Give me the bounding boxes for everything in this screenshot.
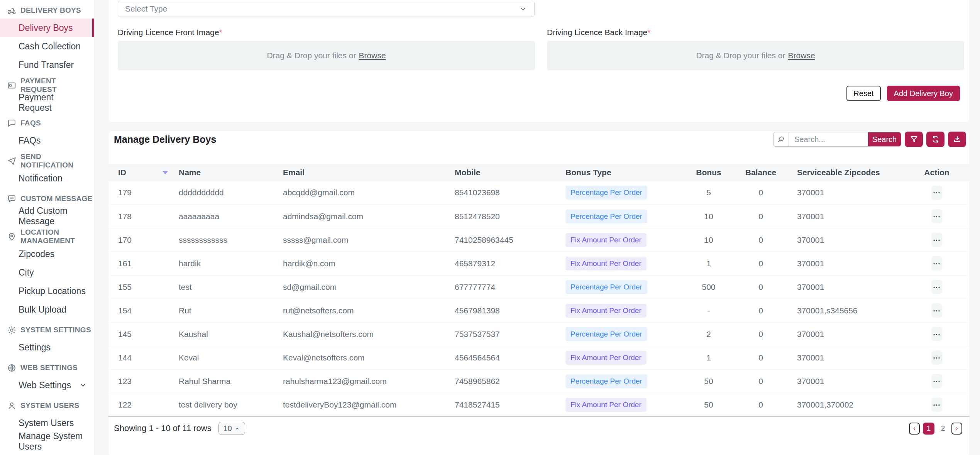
cell-mobile: 7458965862 [450,369,556,393]
column-header-bonus[interactable]: Bonus [684,164,734,181]
sidebar-section-label: PAYMENT REQUEST [20,77,94,94]
cell-email: rahulsharma123@gmail.com [278,369,450,393]
page-size-dropdown[interactable]: 10 [218,422,245,435]
back-image-dropzone[interactable]: Drag & Drop your files or Browse [547,41,964,70]
row-actions-button[interactable]: ... [931,327,942,341]
cell-bonus-type: Fix Amount Per Order [556,228,684,252]
search-group: Search [773,132,901,147]
table-row: 145KaushalKaushal@netsofters.com75375375… [108,322,969,346]
cell-bonus: 10 [684,205,734,228]
column-header-email[interactable]: Email [278,164,450,181]
sidebar-item-settings[interactable]: Settings [0,338,94,357]
cell-mobile: 7418527415 [450,393,556,416]
sidebar-item-cash-collection[interactable]: Cash Collection [0,37,94,56]
row-actions-button[interactable]: ... [931,209,942,223]
cell-mobile: 4567981398 [450,299,556,322]
row-actions-button[interactable]: ... [931,350,942,365]
sidebar-item-delivery-boys[interactable]: Delivery Boys [0,19,94,37]
row-actions-button[interactable]: ... [931,280,942,294]
sidebar-item-faqs[interactable]: FAQs [0,131,94,150]
column-header-name[interactable]: Name [174,164,278,181]
browse-link[interactable]: Browse [359,51,386,60]
cell-email: rut@netsofters.com [278,299,450,322]
select-type-dropdown[interactable]: Select Type [118,1,535,17]
cell-zipcodes: 370001 [788,228,904,252]
cell-name: Kaushal [174,322,278,346]
refresh-icon [931,135,940,144]
row-actions-button[interactable]: ... [931,233,942,247]
cell-balance: 0 [734,205,788,228]
cell-balance: 0 [734,252,788,275]
cell-balance: 0 [734,275,788,299]
cell-id: 145 [108,322,174,346]
sidebar-item-fund-transfer[interactable]: Fund Transfer [0,56,94,74]
front-image-dropzone[interactable]: Drag & Drop your files or Browse [118,41,535,70]
table-header-row: IDNameEmailMobileBonus TypeBonusBalanceS… [108,164,969,181]
table-row: 161hardikhardik@n.com465879312Fix Amount… [108,252,969,275]
filter-button[interactable] [905,132,923,147]
sidebar-item-label: Settings [19,342,51,353]
sidebar-section-header: WEB SETTINGS [0,360,94,376]
sidebar-item-system-users[interactable]: System Users [0,414,94,432]
bonus-type-badge: Fix Amount Per Order [565,257,647,271]
cell-action: ... [904,205,969,228]
sidebar-section-payment-request: PAYMENT REQUESTPayment Request [0,77,94,112]
licence-front-column: Driving Licence Front Image* Drag & Drop… [118,28,535,70]
cell-email: abcqdd@gmail.com [278,181,450,205]
licence-back-column: Driving Licence Back Image* Drag & Drop … [547,28,964,70]
sort-caret-icon[interactable] [162,171,168,174]
sidebar-item-notification[interactable]: Notification [0,169,94,188]
column-header-id[interactable]: ID [108,164,174,181]
table-row: 144KevalKeval@netsofters.com4564564564Fi… [108,346,969,369]
column-header-mobile[interactable]: Mobile [450,164,556,181]
cell-bonus-type: Fix Amount Per Order [556,393,684,416]
row-actions-button[interactable]: ... [931,397,942,412]
sidebar-item-payment-request[interactable]: Payment Request [0,93,94,112]
pagination-page-2[interactable]: 2 [938,423,948,435]
table-row: 155testsd@gmail.com677777774Percentage P… [108,275,969,299]
cell-bonus-type: Percentage Per Order [556,369,684,393]
add-delivery-boy-form-card: Select Type Driving Licence Front Image*… [108,0,969,122]
add-delivery-boy-button[interactable]: Add Delivery Boy [887,86,960,101]
select-type-value: Select Type [125,4,167,14]
cell-zipcodes: 370001 [788,205,904,228]
column-header-bonus-type[interactable]: Bonus Type [556,164,684,181]
manage-delivery-boys-card: Manage Delivery Boys Search [108,131,969,455]
search-input[interactable] [789,132,868,146]
cell-bonus: 1 [684,346,734,369]
row-actions-button[interactable]: ... [931,303,942,318]
column-header-balance[interactable]: Balance [734,164,788,181]
export-button[interactable] [948,132,966,147]
browse-link[interactable]: Browse [788,51,815,60]
row-actions-button[interactable]: ... [931,256,942,271]
sidebar-item-zipcodes[interactable]: Zipcodes [0,245,94,263]
sidebar-item-add-custom-message[interactable]: Add Custom Message [0,207,94,225]
column-header-action[interactable]: Action [904,164,969,181]
row-actions-button[interactable]: ... [931,374,942,388]
cell-id: 178 [108,205,174,228]
sidebar-section-header: SYSTEM USERS [0,397,94,414]
toolbar-right: Search [773,132,966,147]
sidebar-item-city[interactable]: City [0,263,94,282]
reset-button[interactable]: Reset [846,86,880,101]
sidebar-section-web-settings: WEB SETTINGSWeb Settings [0,360,94,394]
cell-zipcodes: 370001 [788,369,904,393]
refresh-button[interactable] [926,132,944,147]
row-actions-button[interactable]: ... [931,186,942,200]
sidebar-item-label: Manage System Users [19,431,87,452]
column-header-serviceable-zipcodes[interactable]: Serviceable Zipcodes [788,164,904,181]
sidebar-item-bulk-upload[interactable]: Bulk Upload [0,300,94,319]
pagination-page-1[interactable]: 1 [923,423,934,435]
pagination-next[interactable]: › [951,423,962,435]
sidebar-item-label: Fund Transfer [19,60,74,70]
user-icon [7,401,17,411]
search-button[interactable]: Search [868,132,901,146]
cell-name: hardik [174,252,278,275]
dropzone-text: Drag & Drop your files or [267,51,356,60]
cell-name: Rut [174,299,278,322]
sidebar-item-web-settings[interactable]: Web Settings [0,376,94,394]
cell-bonus-type: Fix Amount Per Order [556,346,684,369]
sidebar-item-pickup-locations[interactable]: Pickup Locations [0,282,94,300]
sidebar-item-manage-system-users[interactable]: Manage System Users [0,432,94,451]
pagination-prev[interactable]: ‹ [909,423,920,435]
